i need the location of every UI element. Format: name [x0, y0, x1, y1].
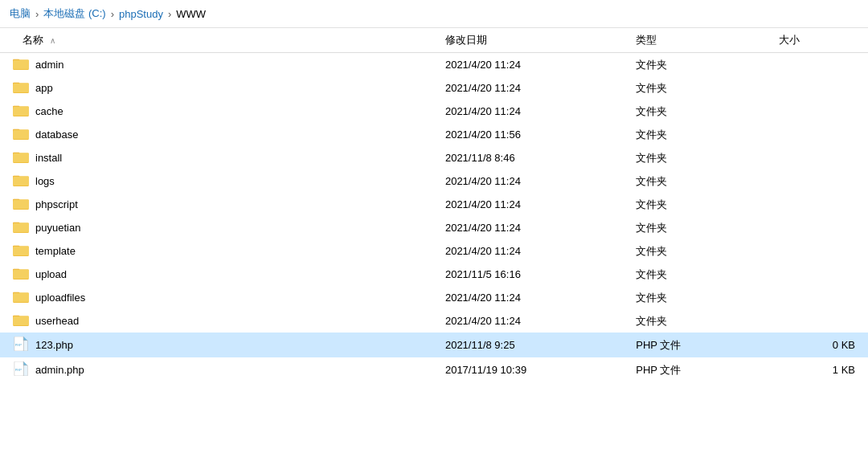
file-size [772, 309, 868, 333]
svg-rect-30 [13, 223, 29, 233]
table-row[interactable]: phpscript 2021/4/20 11:24 文件夹 [0, 193, 868, 216]
file-date: 2021/4/20 11:24 [439, 100, 629, 123]
col-header-size[interactable]: 大小 [772, 28, 868, 53]
folder-icon [13, 197, 29, 212]
file-name-label: cache [35, 105, 63, 117]
table-row[interactable]: app 2021/4/20 11:24 文件夹 [0, 76, 868, 100]
file-name-label: template [35, 245, 76, 257]
file-type: PHP 文件 [629, 357, 772, 382]
file-name-label: app [35, 82, 53, 94]
breadcrumb-phpstudy[interactable]: phpStudy [119, 8, 163, 20]
table-row[interactable]: admin 2021/4/20 11:24 文件夹 [0, 53, 868, 77]
sort-arrow-name: ∧ [50, 36, 55, 45]
folder-icon [13, 150, 29, 165]
file-date: 2021/11/8 8:46 [439, 146, 629, 169]
file-size: 1 KB [772, 357, 868, 382]
file-type: 文件夹 [629, 286, 772, 309]
table-header-row: 名称 ∧ 修改日期 类型 大小 [0, 28, 868, 53]
file-size [772, 123, 868, 146]
file-date: 2017/11/19 10:39 [439, 357, 629, 382]
breadcrumb-c-drive[interactable]: 本地磁盘 (C:) [43, 6, 105, 21]
breadcrumb-computer[interactable]: 电脑 [10, 6, 31, 21]
col-header-name[interactable]: 名称 ∧ [0, 28, 439, 53]
breadcrumb-www: WWW [176, 8, 206, 20]
file-date: 2021/11/8 9:25 [439, 333, 629, 357]
file-name-label: install [35, 152, 62, 164]
folder-icon [13, 173, 29, 189]
file-type: 文件夹 [629, 100, 772, 123]
file-type: 文件夹 [629, 123, 772, 146]
table-row[interactable]: install 2021/11/8 8:46 文件夹 [0, 146, 868, 169]
folder-icon [13, 57, 29, 72]
file-name-label: puyuetian [35, 222, 80, 234]
file-table: 名称 ∧ 修改日期 类型 大小 admin 2021/4/20 11:24 文件… [0, 28, 868, 382]
table-row[interactable]: cache 2021/4/20 11:24 文件夹 [0, 100, 868, 123]
svg-rect-46 [13, 316, 29, 326]
file-date: 2021/4/20 11:56 [439, 123, 629, 146]
file-name-label: phpscript [35, 198, 78, 210]
file-type: 文件夹 [629, 309, 772, 333]
svg-rect-42 [13, 293, 29, 303]
table-row[interactable]: uploadfiles 2021/4/20 11:24 文件夹 [0, 286, 868, 309]
folder-icon [13, 127, 29, 142]
table-row[interactable]: upload 2021/11/5 16:16 文件夹 [0, 263, 868, 286]
col-header-date[interactable]: 修改日期 [439, 28, 629, 53]
file-name-label: userhead [35, 315, 79, 327]
folder-icon [13, 313, 29, 328]
file-size [772, 193, 868, 216]
svg-text:PHP: PHP [15, 368, 23, 372]
svg-marker-55 [23, 361, 27, 365]
file-size [772, 76, 868, 100]
file-explorer: 名称 ∧ 修改日期 类型 大小 admin 2021/4/20 11:24 文件… [0, 28, 868, 453]
breadcrumb-sep-1: › [35, 8, 39, 20]
file-size [772, 53, 868, 77]
col-header-type[interactable]: 类型 [629, 28, 772, 53]
file-name-label: database [35, 129, 79, 141]
svg-rect-38 [13, 270, 29, 280]
file-type: PHP 文件 [629, 333, 772, 357]
file-size [772, 169, 868, 193]
breadcrumb-bar: 电脑 › 本地磁盘 (C:) › phpStudy › WWW [0, 0, 868, 28]
php-file-icon: PHP [13, 337, 29, 353]
svg-rect-10 [13, 107, 29, 116]
table-row[interactable]: PHP admin.php 2017/11/19 10:39 PHP 文件 1 … [0, 357, 868, 382]
table-row[interactable]: PHP 123.php 2021/11/8 9:25 PHP 文件 0 KB [0, 333, 868, 357]
file-type: 文件夹 [629, 239, 772, 263]
table-row[interactable]: template 2021/4/20 11:24 文件夹 [0, 239, 868, 263]
file-type: 文件夹 [629, 76, 772, 100]
file-date: 2021/4/20 11:24 [439, 309, 629, 333]
file-date: 2021/4/20 11:24 [439, 286, 629, 309]
file-size [772, 216, 868, 239]
svg-rect-26 [13, 200, 29, 210]
folder-icon [13, 290, 29, 305]
file-date: 2021/4/20 11:24 [439, 53, 629, 77]
file-name-label: upload [35, 268, 67, 280]
svg-rect-22 [13, 177, 29, 186]
file-name-label: admin [35, 59, 63, 71]
file-size [772, 239, 868, 263]
table-row[interactable]: database 2021/4/20 11:56 文件夹 [0, 123, 868, 146]
svg-rect-6 [13, 84, 29, 93]
svg-rect-18 [13, 153, 29, 163]
file-name-label: admin.php [35, 364, 84, 376]
file-name-label: 123.php [35, 339, 73, 351]
table-row[interactable]: logs 2021/4/20 11:24 文件夹 [0, 169, 868, 193]
svg-text:PHP: PHP [15, 343, 23, 347]
folder-icon [13, 267, 29, 282]
folder-icon [13, 80, 29, 96]
folder-icon [13, 104, 29, 119]
breadcrumb-sep-3: › [168, 8, 171, 20]
file-name-label: logs [35, 175, 55, 187]
svg-rect-34 [13, 247, 29, 256]
folder-icon [13, 220, 29, 235]
file-size [772, 263, 868, 286]
file-type: 文件夹 [629, 53, 772, 77]
file-size: 0 KB [772, 333, 868, 357]
folder-icon [13, 243, 29, 259]
file-date: 2021/4/20 11:24 [439, 169, 629, 193]
php-file-icon: PHP [13, 361, 29, 378]
table-row[interactable]: puyuetian 2021/4/20 11:24 文件夹 [0, 216, 868, 239]
table-row[interactable]: userhead 2021/4/20 11:24 文件夹 [0, 309, 868, 333]
file-type: 文件夹 [629, 263, 772, 286]
svg-rect-14 [13, 130, 29, 140]
